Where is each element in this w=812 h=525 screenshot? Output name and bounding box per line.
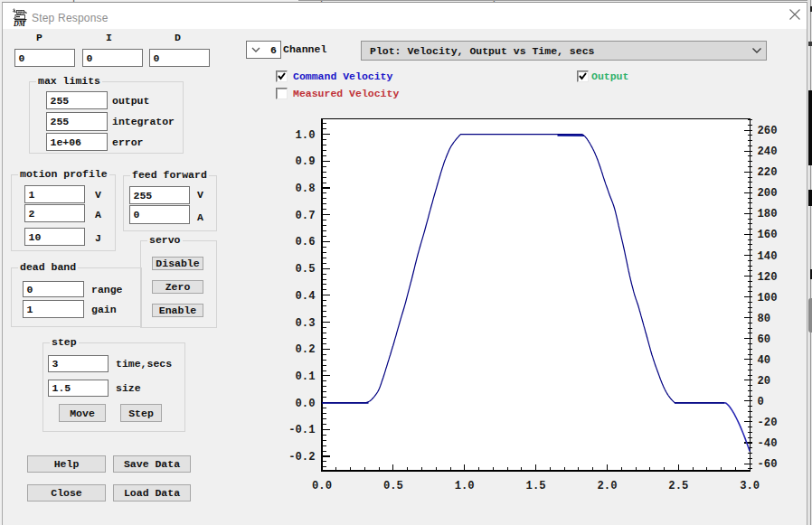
svg-text:80: 80 — [758, 313, 771, 325]
svg-text:120: 120 — [758, 271, 778, 284]
svg-text:-40: -40 — [758, 437, 778, 450]
svg-text:0.2: 0.2 — [296, 343, 316, 356]
svg-text:1.0: 1.0 — [296, 129, 316, 142]
svg-text:220: 220 — [758, 166, 778, 179]
svg-text:260: 260 — [758, 125, 778, 137]
svg-text:DM: DM — [13, 20, 26, 27]
svg-text:240: 240 — [758, 145, 778, 158]
svg-text:1.0: 1.0 — [455, 480, 475, 492]
svg-text:2.5: 2.5 — [668, 480, 688, 492]
svg-text:0.5: 0.5 — [383, 480, 403, 492]
svg-text:-0.1: -0.1 — [289, 424, 316, 436]
svg-text:20: 20 — [758, 375, 771, 388]
svg-text:0.0: 0.0 — [312, 480, 332, 492]
svg-text:140: 140 — [758, 250, 778, 263]
svg-text:0.7: 0.7 — [296, 210, 316, 222]
svg-text:1.5: 1.5 — [526, 480, 546, 492]
svg-text:100: 100 — [758, 292, 778, 305]
svg-text:0.6: 0.6 — [296, 236, 316, 248]
svg-text:0: 0 — [758, 396, 764, 408]
svg-text:0.3: 0.3 — [296, 317, 316, 330]
svg-text:-0.2: -0.2 — [289, 451, 316, 464]
svg-text:0.8: 0.8 — [296, 183, 316, 195]
svg-text:180: 180 — [758, 208, 778, 220]
svg-text:2.0: 2.0 — [598, 480, 618, 492]
svg-text:-60: -60 — [758, 458, 778, 471]
svg-text:0.1: 0.1 — [296, 370, 316, 383]
svg-text:160: 160 — [758, 229, 778, 241]
svg-text:0.0: 0.0 — [296, 398, 316, 410]
svg-text:200: 200 — [758, 187, 778, 200]
svg-text:0.4: 0.4 — [296, 290, 316, 303]
svg-text:3.0: 3.0 — [740, 480, 760, 492]
svg-text:40: 40 — [758, 354, 771, 367]
svg-text:0.9: 0.9 — [296, 155, 316, 168]
svg-text:-20: -20 — [758, 417, 778, 429]
svg-text:60: 60 — [758, 333, 771, 346]
svg-text:0.5: 0.5 — [296, 263, 316, 276]
